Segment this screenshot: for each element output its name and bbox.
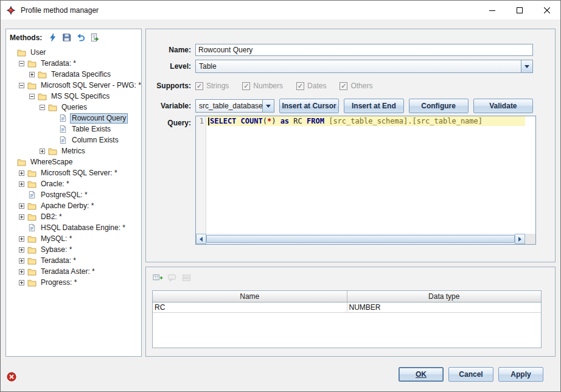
expand-icon[interactable] xyxy=(19,258,24,264)
level-select[interactable]: Table xyxy=(195,60,533,73)
tree-item-teradata[interactable]: Teradata: * xyxy=(6,58,141,69)
horizontal-scroll-thumb[interactable] xyxy=(206,235,515,243)
tree-item-metrics[interactable]: Metrics xyxy=(6,145,141,156)
tree-item-db2[interactable]: DB2: * xyxy=(6,211,141,222)
tree-spacer xyxy=(9,50,14,55)
minimize-button[interactable] xyxy=(478,1,506,19)
collapse-icon[interactable] xyxy=(19,61,24,66)
tree-item-sybase[interactable]: Sybase: * xyxy=(6,244,141,255)
tree-item-teradata-specifics[interactable]: Teradata Specifics xyxy=(6,69,141,80)
tree-item-microsoft-sql-server-pwg[interactable]: Microsoft SQL Server - PWG: * xyxy=(6,80,141,91)
name-input[interactable]: Rowcount Query xyxy=(195,44,533,56)
methods-header: Methods: xyxy=(6,29,141,46)
query-editor[interactable]: 1 SELECT COUNT(*) as RC FROM [src_table_… xyxy=(195,116,536,245)
column-header-name[interactable]: Name xyxy=(153,291,347,302)
columns-icon xyxy=(181,272,192,283)
name-label: Name: xyxy=(151,46,191,54)
tree-item-oracle[interactable]: Oracle: * xyxy=(6,178,141,189)
variable-buttons: Insert at CursorInsert at EndConfigureVa… xyxy=(279,99,533,113)
checkbox-numbers[interactable]: ✓Numbers xyxy=(242,82,283,90)
cancel-button[interactable]: Cancel xyxy=(448,367,493,382)
tree-item-user[interactable]: User xyxy=(6,47,141,58)
apply-button[interactable]: Apply xyxy=(498,367,543,382)
tree-item-progress[interactable]: Progress: * xyxy=(6,277,141,288)
validate-button[interactable]: Validate xyxy=(473,99,533,113)
expand-icon[interactable] xyxy=(19,203,24,209)
folder-icon xyxy=(37,70,47,79)
tree-item-label: Microsoft SQL Server - PWG: * xyxy=(39,81,141,90)
horizontal-scrollbar[interactable] xyxy=(196,234,525,244)
folder-icon xyxy=(27,169,37,178)
save-icon[interactable] xyxy=(61,32,72,43)
tree-item-label: Apache Derby: * xyxy=(39,201,96,211)
ok-button[interactable]: OK xyxy=(399,367,444,382)
close-button[interactable] xyxy=(533,1,560,19)
maximize-button[interactable] xyxy=(506,1,533,19)
expand-icon[interactable] xyxy=(19,247,24,253)
expand-icon[interactable] xyxy=(19,214,24,220)
tree-item-teradata[interactable]: Teradata: * xyxy=(6,255,141,266)
variable-select[interactable]: src_table_database xyxy=(195,99,274,113)
results-table-header: NameData type xyxy=(153,291,541,302)
level-label: Level: xyxy=(151,62,191,71)
tree-item-queries[interactable]: Queries xyxy=(6,102,141,113)
collapse-icon[interactable] xyxy=(29,94,35,99)
profile-method-manager-dialog: Profile method manager Methods: UserTera… xyxy=(0,0,561,392)
table-row[interactable]: RCNUMBER xyxy=(153,302,541,312)
checkbox-others[interactable]: ✓Others xyxy=(340,82,372,90)
titlebar[interactable]: Profile method manager xyxy=(1,1,560,19)
tree-item-label: Rowcount Query xyxy=(70,113,128,124)
expand-icon[interactable] xyxy=(40,149,45,154)
configure-button[interactable]: Configure xyxy=(409,99,469,113)
collapse-icon[interactable] xyxy=(19,83,24,88)
tree-item-teradata-aster[interactable]: Teradata Aster: * xyxy=(6,266,141,277)
supports-checkboxes: ✓Strings✓Numbers✓Dates✓Others xyxy=(195,82,372,90)
tree-item-mysql[interactable]: MySQL: * xyxy=(6,233,141,244)
variable-dropdown-button[interactable] xyxy=(262,100,274,112)
checkbox-dates[interactable]: ✓Dates xyxy=(296,82,326,90)
tree-item-apache-derby[interactable]: Apache Derby: * xyxy=(6,200,141,211)
expand-icon[interactable] xyxy=(19,269,24,275)
insert-at-end-button[interactable]: Insert at End xyxy=(344,99,403,113)
scroll-left-button[interactable] xyxy=(196,234,206,244)
tree-item-hsql-database-engine[interactable]: HSQL Database Engine: * xyxy=(6,222,141,233)
column-header-data-type[interactable]: Data type xyxy=(347,291,541,302)
tree-item-table-exists[interactable]: Table Exists xyxy=(6,124,141,135)
folder-icon xyxy=(47,103,57,112)
collapse-icon[interactable] xyxy=(40,105,45,110)
folder-icon xyxy=(27,212,37,222)
variable-label: Variable: xyxy=(151,102,191,110)
tree-item-label: WhereScape xyxy=(29,158,74,167)
checkbox-strings[interactable]: ✓Strings xyxy=(195,82,229,90)
expand-icon[interactable] xyxy=(19,181,24,187)
scroll-right-button[interactable] xyxy=(515,234,525,244)
results-panel: NameData type RCNUMBER xyxy=(145,267,556,357)
folder-icon xyxy=(27,256,37,265)
tree-item-column-exists[interactable]: Column Exists xyxy=(6,135,141,145)
tree-item-label: Teradata Aster: * xyxy=(39,267,97,276)
tree-item-wherescape[interactable]: WhereScape xyxy=(6,156,141,167)
folder-icon xyxy=(27,278,37,287)
insert-at-cursor-button[interactable]: Insert at Cursor xyxy=(279,99,339,113)
tree-item-microsoft-sql-server[interactable]: Microsoft SQL Server: * xyxy=(6,167,141,178)
expand-icon[interactable] xyxy=(19,170,24,176)
folder-icon xyxy=(37,92,47,101)
expand-icon[interactable] xyxy=(29,72,35,77)
methods-label: Methods: xyxy=(10,33,42,42)
query-code-area[interactable]: SELECT COUNT(*) as RC FROM [src_table_sc… xyxy=(207,116,525,234)
folder-icon xyxy=(27,180,37,189)
tree-item-postgresql[interactable]: PostgreSQL: * xyxy=(6,189,141,200)
tree-item-label: DB2: * xyxy=(39,212,64,222)
tree-item-ms-sql-specifics[interactable]: MS SQL Specifics xyxy=(6,91,141,102)
results-toolbar xyxy=(152,272,192,283)
checkbox-icon: ✓ xyxy=(195,82,203,90)
expand-icon[interactable] xyxy=(19,280,24,285)
export-icon[interactable] xyxy=(89,32,100,43)
refresh-icon[interactable] xyxy=(47,32,58,43)
tree-item-rowcount-query[interactable]: Rowcount Query xyxy=(6,113,141,124)
document-icon xyxy=(58,136,68,145)
add-column-icon[interactable] xyxy=(152,272,163,283)
expand-icon[interactable] xyxy=(19,236,24,242)
undo-icon[interactable] xyxy=(75,32,86,43)
level-dropdown-button[interactable] xyxy=(521,60,532,72)
